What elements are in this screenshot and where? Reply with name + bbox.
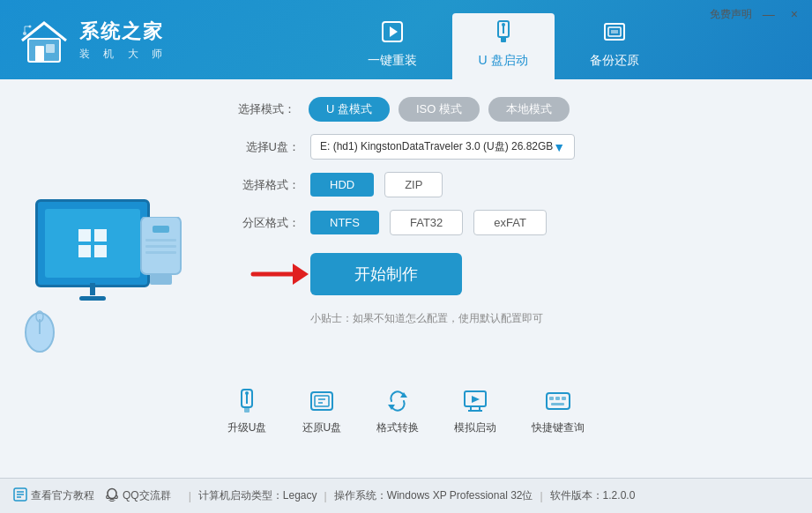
shortcuts-icon	[545, 388, 571, 417]
restore-usb-icon	[309, 388, 335, 417]
svg-rect-18	[78, 245, 91, 257]
toolbar-format-convert[interactable]: 格式转换	[376, 388, 419, 435]
windows-logo-icon	[77, 227, 108, 259]
partition-fat32-button[interactable]: FAT32	[390, 210, 463, 235]
format-label: 选择格式：	[238, 177, 300, 193]
format-convert-icon	[384, 388, 411, 417]
tab-backup-label: 备份还原	[590, 53, 639, 69]
svg-rect-22	[153, 226, 169, 233]
format-zip-button[interactable]: ZIP	[384, 172, 443, 197]
svg-rect-10	[501, 37, 506, 42]
svg-rect-17	[94, 229, 107, 242]
restore-usb-label: 还原U盘	[302, 420, 342, 435]
tab-usb[interactable]: U 盘启动	[452, 13, 555, 79]
os-text: 操作系统：Windows XP Professional 32位	[334, 488, 533, 503]
main-content: 选择模式： U 盘模式 ISO 模式 本地模式 选择U盘： E: (hd1) K…	[0, 79, 812, 478]
svg-point-3	[23, 32, 26, 35]
mode-selector-row: 选择模式： U 盘模式 ISO 模式 本地模式	[238, 97, 777, 122]
tab-reinstall[interactable]: 一键重装	[341, 13, 443, 79]
guide-icon	[13, 487, 27, 504]
format-convert-label: 格式转换	[376, 420, 419, 435]
partition-exfat-button[interactable]: exFAT	[473, 210, 547, 235]
mouse-illus	[22, 306, 57, 358]
svg-point-12	[502, 23, 505, 26]
logo-icon	[18, 16, 71, 64]
disclaimer-link[interactable]: 免费声明	[710, 7, 752, 22]
svg-rect-23	[145, 239, 176, 242]
computer-illustration	[18, 199, 185, 358]
toolbar-sim-boot[interactable]: 模拟启动	[454, 388, 496, 435]
monitor-screen	[45, 209, 140, 278]
toolbar-upgrade-usb[interactable]: 升级U盘	[227, 388, 267, 435]
usb-dropdown-value: E: (hd1) KingstonDataTraveler 3.0 (U盘) 2…	[320, 139, 553, 154]
svg-rect-2	[46, 44, 55, 53]
svg-marker-30	[293, 264, 309, 285]
tab-usb-label: U 盘启动	[479, 53, 528, 69]
start-button-row: 开始制作	[238, 253, 777, 295]
qq-text: QQ交流群	[123, 488, 171, 503]
usb-select-row: 选择U盘： E: (hd1) KingstonDataTraveler 3.0 …	[238, 134, 777, 160]
svg-rect-25	[145, 251, 176, 254]
boot-type-text: 计算机启动类型：Legacy	[198, 488, 317, 503]
usb-dropdown[interactable]: E: (hd1) KingstonDataTraveler 3.0 (U盘) 2…	[310, 134, 575, 160]
tab-reinstall-label: 一键重装	[368, 53, 417, 69]
format-hdd-button[interactable]: HDD	[310, 173, 374, 197]
guide-text: 查看官方教程	[31, 488, 94, 503]
mode-usb-button[interactable]: U 盘模式	[309, 97, 390, 122]
svg-rect-47	[549, 397, 554, 400]
red-arrow-icon	[249, 256, 309, 292]
upgrade-usb-icon	[234, 388, 260, 417]
logo-title: 系统之家	[79, 19, 168, 45]
svg-rect-46	[547, 393, 570, 409]
toolbar-shortcuts[interactable]: 快捷键查询	[532, 388, 585, 435]
bottom-toolbar: 升级U盘 还原U盘 格式转换	[0, 381, 812, 442]
usb-drive-illus	[137, 217, 185, 300]
svg-rect-32	[244, 407, 250, 413]
svg-point-34	[245, 391, 249, 395]
svg-rect-48	[555, 397, 560, 400]
usb-tab-icon	[491, 19, 516, 49]
qq-icon	[105, 487, 119, 504]
dropdown-arrow-icon: ▼	[553, 140, 565, 154]
upgrade-usb-label: 升级U盘	[227, 420, 267, 435]
reinstall-icon	[380, 19, 405, 49]
partition-ntfs-button[interactable]: NTFS	[310, 211, 379, 234]
svg-rect-16	[78, 229, 91, 242]
start-button-label: 开始制作	[354, 265, 418, 283]
status-divider-2: |	[324, 490, 327, 502]
status-divider-3: |	[540, 490, 542, 502]
svg-rect-21	[150, 274, 172, 285]
sim-boot-label: 模拟启动	[454, 420, 496, 435]
mode-iso-button[interactable]: ISO 模式	[399, 97, 480, 122]
minimize-button[interactable]: —	[757, 5, 780, 23]
svg-rect-36	[315, 396, 329, 406]
svg-marker-45	[472, 396, 480, 403]
svg-rect-49	[562, 397, 566, 400]
partition-label: 分区格式：	[238, 215, 300, 231]
svg-rect-24	[145, 245, 176, 248]
sim-boot-icon	[462, 388, 488, 417]
monitor-base	[79, 296, 106, 301]
toolbar-restore-usb[interactable]: 还原U盘	[302, 388, 342, 435]
svg-rect-1	[35, 46, 44, 62]
close-button[interactable]: ×	[786, 5, 803, 23]
guide-link[interactable]: 查看官方教程	[13, 487, 94, 504]
tab-backup[interactable]: 备份还原	[563, 13, 666, 79]
qq-link[interactable]: QQ交流群	[105, 487, 171, 504]
partition-select-row: 分区格式： NTFS FAT32 exFAT	[238, 210, 777, 235]
svg-rect-50	[551, 403, 564, 405]
shortcuts-label: 快捷键查询	[532, 420, 585, 435]
mode-label: 选择模式：	[238, 101, 300, 117]
usb-select-label: 选择U盘：	[238, 139, 300, 155]
title-bar: 免费声明 — ×	[701, 0, 812, 28]
svg-rect-19	[94, 245, 107, 257]
start-button[interactable]: 开始制作	[310, 253, 462, 295]
svg-rect-15	[611, 30, 618, 33]
monitor	[35, 199, 150, 287]
mode-local-button[interactable]: 本地模式	[488, 97, 570, 122]
logo-area: 系统之家 装 机 大 师	[0, 16, 194, 64]
logo-subtitle: 装 机 大 师	[79, 47, 168, 62]
usb-drive-svg	[137, 217, 185, 296]
version-text: 软件版本：1.2.0.0	[550, 488, 636, 503]
tip-text: 小贴士：如果不知道怎么配置，使用默认配置即可	[310, 311, 777, 326]
